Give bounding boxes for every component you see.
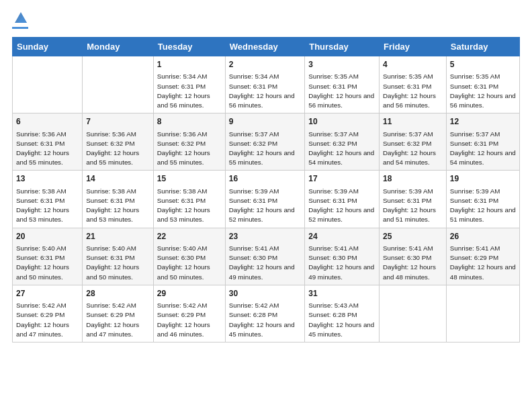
calendar-table: SundayMondayTuesdayWednesdayThursdayFrid… [12, 37, 520, 342]
day-number: 18 [383, 173, 443, 185]
day-cell: 20Sunrise: 5:40 AM Sunset: 6:31 PM Dayli… [13, 228, 83, 285]
day-number: 10 [308, 116, 375, 128]
col-header-saturday: Saturday [446, 38, 519, 56]
day-info: Sunrise: 5:40 AM Sunset: 6:31 PM Dayligh… [16, 244, 79, 282]
day-info: Sunrise: 5:39 AM Sunset: 6:31 PM Dayligh… [308, 187, 375, 225]
day-cell: 31Sunrise: 5:43 AM Sunset: 6:28 PM Dayli… [305, 285, 380, 342]
day-cell: 16Sunrise: 5:39 AM Sunset: 6:31 PM Dayli… [225, 171, 304, 228]
day-cell [83, 56, 153, 113]
day-cell: 13Sunrise: 5:38 AM Sunset: 6:31 PM Dayli… [13, 171, 83, 228]
day-info: Sunrise: 5:34 AM Sunset: 6:31 PM Dayligh… [157, 72, 222, 110]
day-cell: 3Sunrise: 5:35 AM Sunset: 6:31 PM Daylig… [305, 56, 380, 113]
day-cell: 2Sunrise: 5:34 AM Sunset: 6:31 PM Daylig… [225, 56, 304, 113]
day-number: 30 [229, 288, 301, 300]
day-info: Sunrise: 5:35 AM Sunset: 6:31 PM Dayligh… [383, 72, 443, 110]
day-cell: 11Sunrise: 5:37 AM Sunset: 6:32 PM Dayli… [380, 113, 447, 171]
day-cell [380, 285, 447, 342]
week-row-5: 27Sunrise: 5:42 AM Sunset: 6:29 PM Dayli… [13, 285, 520, 342]
day-number: 20 [16, 231, 79, 242]
week-row-1: 1Sunrise: 5:34 AM Sunset: 6:31 PM Daylig… [13, 56, 520, 113]
logo-underline [12, 27, 28, 29]
col-header-thursday: Thursday [305, 38, 380, 56]
day-cell: 8Sunrise: 5:36 AM Sunset: 6:32 PM Daylig… [153, 113, 225, 171]
day-info: Sunrise: 5:38 AM Sunset: 6:31 PM Dayligh… [16, 187, 79, 225]
day-number: 23 [229, 231, 301, 242]
day-number: 19 [450, 173, 516, 185]
day-number: 5 [450, 59, 516, 71]
day-info: Sunrise: 5:40 AM Sunset: 6:30 PM Dayligh… [157, 244, 222, 282]
day-cell: 7Sunrise: 5:36 AM Sunset: 6:32 PM Daylig… [83, 113, 153, 171]
day-cell: 29Sunrise: 5:42 AM Sunset: 6:29 PM Dayli… [153, 285, 225, 342]
day-number: 8 [157, 116, 222, 128]
day-number: 17 [308, 173, 375, 185]
day-number: 14 [86, 173, 149, 185]
day-cell: 18Sunrise: 5:39 AM Sunset: 6:31 PM Dayli… [380, 171, 447, 228]
day-info: Sunrise: 5:37 AM Sunset: 6:32 PM Dayligh… [308, 130, 375, 168]
day-info: Sunrise: 5:38 AM Sunset: 6:31 PM Dayligh… [86, 187, 149, 225]
day-number: 16 [229, 173, 301, 185]
day-info: Sunrise: 5:36 AM Sunset: 6:31 PM Dayligh… [16, 130, 79, 168]
day-cell: 23Sunrise: 5:41 AM Sunset: 6:30 PM Dayli… [225, 228, 304, 285]
day-cell: 27Sunrise: 5:42 AM Sunset: 6:29 PM Dayli… [13, 285, 83, 342]
logo [12, 12, 28, 29]
day-number: 6 [16, 116, 79, 128]
day-info: Sunrise: 5:41 AM Sunset: 6:29 PM Dayligh… [450, 244, 516, 282]
day-cell [13, 56, 83, 113]
day-cell: 10Sunrise: 5:37 AM Sunset: 6:32 PM Dayli… [305, 113, 380, 171]
day-number: 2 [229, 59, 301, 71]
col-header-friday: Friday [380, 38, 447, 56]
day-cell: 22Sunrise: 5:40 AM Sunset: 6:30 PM Dayli… [153, 228, 225, 285]
header-row: SundayMondayTuesdayWednesdayThursdayFrid… [13, 38, 520, 56]
day-number: 7 [86, 116, 149, 128]
day-info: Sunrise: 5:37 AM Sunset: 6:32 PM Dayligh… [383, 130, 443, 168]
day-cell: 9Sunrise: 5:37 AM Sunset: 6:32 PM Daylig… [225, 113, 304, 171]
day-cell [446, 285, 519, 342]
day-number: 26 [450, 231, 516, 242]
col-header-sunday: Sunday [13, 38, 83, 56]
week-row-3: 13Sunrise: 5:38 AM Sunset: 6:31 PM Dayli… [13, 171, 520, 228]
header [12, 12, 520, 29]
col-header-wednesday: Wednesday [225, 38, 304, 56]
day-number: 9 [229, 116, 301, 128]
day-info: Sunrise: 5:36 AM Sunset: 6:32 PM Dayligh… [86, 130, 149, 168]
day-number: 13 [16, 173, 79, 185]
day-number: 4 [383, 59, 443, 71]
day-cell: 15Sunrise: 5:38 AM Sunset: 6:31 PM Dayli… [153, 171, 225, 228]
week-row-2: 6Sunrise: 5:36 AM Sunset: 6:31 PM Daylig… [13, 113, 520, 171]
day-number: 21 [86, 231, 149, 242]
day-cell: 26Sunrise: 5:41 AM Sunset: 6:29 PM Dayli… [446, 228, 519, 285]
day-cell: 12Sunrise: 5:37 AM Sunset: 6:31 PM Dayli… [446, 113, 519, 171]
day-info: Sunrise: 5:39 AM Sunset: 6:31 PM Dayligh… [229, 187, 301, 225]
day-info: Sunrise: 5:42 AM Sunset: 6:29 PM Dayligh… [16, 301, 79, 339]
day-info: Sunrise: 5:42 AM Sunset: 6:29 PM Dayligh… [157, 301, 222, 339]
day-info: Sunrise: 5:36 AM Sunset: 6:32 PM Dayligh… [157, 130, 222, 168]
day-number: 27 [16, 288, 79, 300]
day-number: 15 [157, 173, 222, 185]
day-cell: 6Sunrise: 5:36 AM Sunset: 6:31 PM Daylig… [13, 113, 83, 171]
day-cell: 24Sunrise: 5:41 AM Sunset: 6:30 PM Dayli… [305, 228, 380, 285]
day-number: 22 [157, 231, 222, 242]
day-info: Sunrise: 5:41 AM Sunset: 6:30 PM Dayligh… [229, 244, 301, 282]
day-cell: 5Sunrise: 5:35 AM Sunset: 6:31 PM Daylig… [446, 56, 519, 113]
day-info: Sunrise: 5:40 AM Sunset: 6:31 PM Dayligh… [86, 244, 149, 282]
day-info: Sunrise: 5:37 AM Sunset: 6:31 PM Dayligh… [450, 130, 516, 168]
col-header-tuesday: Tuesday [153, 38, 225, 56]
day-number: 12 [450, 116, 516, 128]
day-info: Sunrise: 5:43 AM Sunset: 6:28 PM Dayligh… [308, 301, 375, 339]
day-info: Sunrise: 5:42 AM Sunset: 6:29 PM Dayligh… [86, 301, 149, 339]
day-number: 31 [308, 288, 375, 300]
day-info: Sunrise: 5:37 AM Sunset: 6:32 PM Dayligh… [229, 130, 301, 168]
week-row-4: 20Sunrise: 5:40 AM Sunset: 6:31 PM Dayli… [13, 228, 520, 285]
day-cell: 19Sunrise: 5:39 AM Sunset: 6:31 PM Dayli… [446, 171, 519, 228]
day-number: 28 [86, 288, 149, 300]
day-cell: 17Sunrise: 5:39 AM Sunset: 6:31 PM Dayli… [305, 171, 380, 228]
logo-icon [13, 11, 28, 26]
day-cell: 4Sunrise: 5:35 AM Sunset: 6:31 PM Daylig… [380, 56, 447, 113]
page: SundayMondayTuesdayWednesdayThursdayFrid… [0, 0, 532, 411]
day-number: 11 [383, 116, 443, 128]
day-cell: 1Sunrise: 5:34 AM Sunset: 6:31 PM Daylig… [153, 56, 225, 113]
day-info: Sunrise: 5:35 AM Sunset: 6:31 PM Dayligh… [308, 72, 375, 110]
day-info: Sunrise: 5:42 AM Sunset: 6:28 PM Dayligh… [229, 301, 301, 339]
day-cell: 21Sunrise: 5:40 AM Sunset: 6:31 PM Dayli… [83, 228, 153, 285]
day-cell: 14Sunrise: 5:38 AM Sunset: 6:31 PM Dayli… [83, 171, 153, 228]
